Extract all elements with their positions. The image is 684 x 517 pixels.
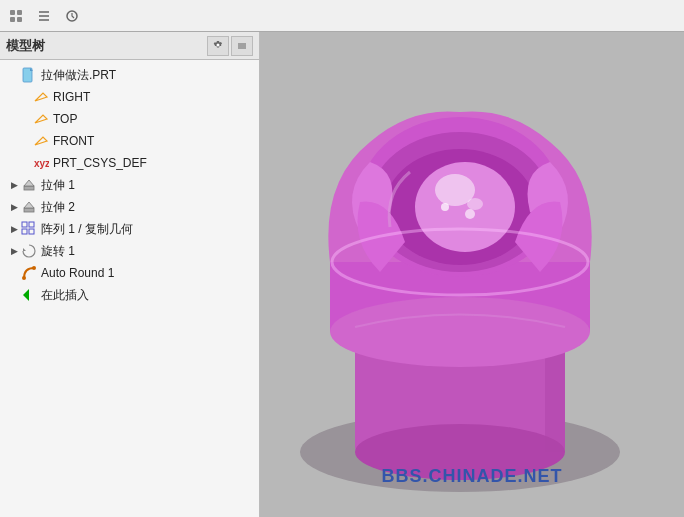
tree-item-top[interactable]: TOP bbox=[0, 108, 259, 130]
watermark: BBS.CHINADE.NET bbox=[381, 466, 562, 487]
toggle-csys bbox=[20, 157, 32, 169]
toggle-insert bbox=[8, 289, 20, 301]
tool-icon-1[interactable] bbox=[4, 4, 28, 28]
tree-item-csys[interactable]: xyz PRT_CSYS_DEF bbox=[0, 152, 259, 174]
plane-icon-right bbox=[32, 88, 50, 106]
svg-point-37 bbox=[441, 203, 449, 211]
toggle-extrude2[interactable]: ▶ bbox=[8, 201, 20, 213]
toggle-autoround1 bbox=[8, 267, 20, 279]
panel-header-icons bbox=[207, 36, 253, 56]
svg-rect-18 bbox=[29, 229, 34, 234]
tree-label-extrude2: 拉伸 2 bbox=[41, 199, 75, 216]
tree-item-array1[interactable]: ▶ 阵列 1 / 复制几何 bbox=[0, 218, 259, 240]
toggle-array1[interactable]: ▶ bbox=[8, 223, 20, 235]
toggle-extrude1[interactable]: ▶ bbox=[8, 179, 20, 191]
svg-rect-13 bbox=[24, 208, 34, 212]
tree-label-top: TOP bbox=[53, 112, 77, 126]
toggle-revolve1[interactable]: ▶ bbox=[8, 245, 20, 257]
svg-point-36 bbox=[467, 198, 483, 210]
panel-settings-btn[interactable] bbox=[207, 36, 229, 56]
svg-point-20 bbox=[22, 276, 26, 280]
svg-rect-0 bbox=[10, 10, 15, 15]
tree-label-autoround1: Auto Round 1 bbox=[41, 266, 114, 280]
svg-rect-16 bbox=[29, 222, 34, 227]
svg-rect-15 bbox=[22, 222, 27, 227]
toggle-file bbox=[8, 69, 20, 81]
tree-label-array1: 阵列 1 / 复制几何 bbox=[41, 221, 133, 238]
tree-item-extrude2[interactable]: ▶ 拉伸 2 bbox=[0, 196, 259, 218]
tree-label-extrude1: 拉伸 1 bbox=[41, 177, 75, 194]
toggle-top bbox=[20, 113, 32, 125]
insert-icon bbox=[20, 286, 38, 304]
app-container: 模型树 bbox=[0, 0, 684, 517]
tree-label-front: FRONT bbox=[53, 134, 94, 148]
svg-rect-1 bbox=[17, 10, 22, 15]
svg-rect-3 bbox=[17, 17, 22, 22]
tree-item-front[interactable]: FRONT bbox=[0, 130, 259, 152]
svg-marker-12 bbox=[24, 180, 34, 186]
svg-point-30 bbox=[330, 297, 590, 367]
panel-header: 模型树 bbox=[0, 32, 259, 60]
svg-marker-7 bbox=[35, 93, 47, 101]
toggle-front bbox=[20, 135, 32, 147]
left-panel: 模型树 bbox=[0, 32, 260, 517]
svg-rect-11 bbox=[24, 186, 34, 190]
tree-container: 拉伸做法.PRT RIGHT bbox=[0, 60, 259, 517]
svg-point-34 bbox=[415, 162, 515, 252]
tree-label-csys: PRT_CSYS_DEF bbox=[53, 156, 147, 170]
svg-marker-9 bbox=[35, 137, 47, 145]
extrude-icon-1 bbox=[20, 176, 38, 194]
revolve-icon bbox=[20, 242, 38, 260]
content-area: 模型树 bbox=[0, 32, 684, 517]
csys-icon: xyz bbox=[32, 154, 50, 172]
tool-icon-2[interactable] bbox=[32, 4, 56, 28]
svg-point-5 bbox=[217, 43, 220, 46]
svg-rect-2 bbox=[10, 17, 15, 22]
plane-icon-top bbox=[32, 110, 50, 128]
autoround-icon bbox=[20, 264, 38, 282]
extrude-icon-2 bbox=[20, 198, 38, 216]
svg-rect-17 bbox=[22, 229, 27, 234]
viewport: BBS.CHINADE.NET bbox=[260, 32, 684, 517]
svg-point-38 bbox=[465, 209, 475, 219]
tree-item-revolve1[interactable]: ▶ 旋转 1 bbox=[0, 240, 259, 262]
svg-marker-22 bbox=[23, 289, 29, 301]
panel-title: 模型树 bbox=[6, 37, 45, 55]
tree-item-autoround1[interactable]: Auto Round 1 bbox=[0, 262, 259, 284]
tree-item-extrude1[interactable]: ▶ 拉伸 1 bbox=[0, 174, 259, 196]
tree-item-insert[interactable]: 在此插入 bbox=[0, 284, 259, 306]
svg-text:xyz: xyz bbox=[34, 158, 49, 169]
svg-marker-14 bbox=[24, 202, 34, 208]
tool-icon-3[interactable] bbox=[60, 4, 84, 28]
panel-expand-btn[interactable] bbox=[231, 36, 253, 56]
array-icon bbox=[20, 220, 38, 238]
tree-label-file: 拉伸做法.PRT bbox=[41, 67, 116, 84]
tree-item-file[interactable]: 拉伸做法.PRT bbox=[0, 64, 259, 86]
tree-label-right: RIGHT bbox=[53, 90, 90, 104]
toolbar bbox=[0, 0, 684, 32]
svg-marker-19 bbox=[23, 248, 26, 251]
tree-item-right[interactable]: RIGHT bbox=[0, 86, 259, 108]
file-icon bbox=[20, 66, 38, 84]
model-scene: BBS.CHINADE.NET bbox=[260, 32, 684, 517]
model-svg bbox=[260, 32, 684, 517]
svg-marker-8 bbox=[35, 115, 47, 123]
tree-label-insert: 在此插入 bbox=[41, 287, 89, 304]
toggle-right bbox=[20, 91, 32, 103]
plane-icon-front bbox=[32, 132, 50, 150]
svg-point-21 bbox=[32, 266, 36, 270]
tree-label-revolve1: 旋转 1 bbox=[41, 243, 75, 260]
